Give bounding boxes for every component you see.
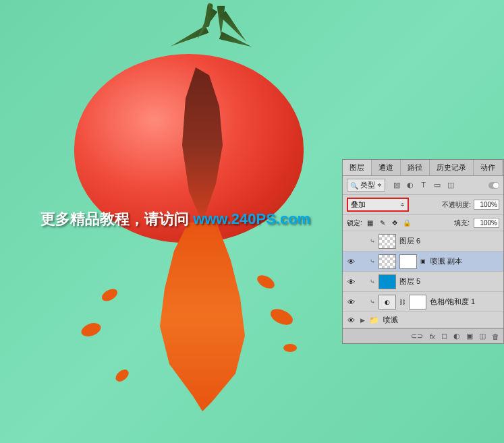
- tomato-artwork: [74, 13, 304, 229]
- lock-label: 锁定:: [347, 218, 362, 228]
- fill-label: 填充:: [454, 218, 470, 228]
- eye-icon: [347, 316, 355, 325]
- tab-paths[interactable]: 路径: [401, 160, 430, 175]
- layer-name[interactable]: 喷溅 副本: [430, 256, 501, 266]
- panel-footer: ⊂⊃ fx ◻ ◐ ▣ ◫ 🗑: [343, 328, 503, 343]
- lock-position-icon[interactable]: ✥: [391, 219, 399, 227]
- layer-group-row[interactable]: ▶ 📁 喷溅: [343, 312, 503, 328]
- layer-name[interactable]: 图层 5: [399, 276, 501, 287]
- opacity-input[interactable]: 100%: [474, 200, 499, 210]
- add-adjustment-icon[interactable]: ◐: [453, 332, 460, 341]
- layer-name[interactable]: 图层 6: [399, 236, 501, 246]
- link-layers-icon[interactable]: ⊂⊃: [411, 332, 423, 341]
- folder-icon: 📁: [369, 316, 379, 325]
- tab-actions[interactable]: 动作: [474, 160, 503, 175]
- filter-shape-icon[interactable]: ▭: [432, 181, 441, 189]
- lock-paint-icon[interactable]: ✎: [379, 219, 387, 227]
- visibility-toggle[interactable]: [345, 297, 356, 307]
- fx-icon[interactable]: fx: [429, 332, 435, 341]
- fill-input[interactable]: 100%: [474, 218, 499, 228]
- filter-adjust-icon[interactable]: ◐: [405, 181, 414, 189]
- search-icon: [350, 181, 358, 189]
- layer-row[interactable]: ⤷ 图层 5: [343, 272, 503, 292]
- lock-transparent-icon[interactable]: ▦: [366, 219, 374, 227]
- clip-indicator-icon: ⤷: [370, 258, 375, 265]
- link-icon: ⛓: [399, 299, 405, 305]
- group-name[interactable]: 喷溅: [383, 315, 501, 325]
- blend-row: 叠加 ≑ 不透明度: 100%: [343, 195, 503, 215]
- layer-thumbnail[interactable]: [379, 274, 396, 289]
- layer-mask-thumbnail[interactable]: [409, 295, 426, 309]
- eye-icon: [347, 277, 355, 287]
- filter-toggle[interactable]: [488, 182, 499, 189]
- layer-row[interactable]: ⤷ ▣ 喷溅 副本: [343, 252, 503, 272]
- new-group-icon[interactable]: ▣: [466, 332, 473, 341]
- eye-icon: [347, 297, 355, 307]
- filter-icons: ▧ ◐ T ▭ ◫: [392, 181, 455, 189]
- filter-label: 类型: [360, 180, 375, 190]
- chevron-updown-icon: ≑: [400, 202, 405, 208]
- new-layer-icon[interactable]: ◫: [479, 332, 486, 341]
- watermark-blue: www.240PS.com: [193, 210, 310, 227]
- tab-channels[interactable]: 通道: [372, 160, 401, 175]
- filter-smart-icon[interactable]: ◫: [446, 181, 455, 189]
- layer-mask-thumbnail[interactable]: [399, 254, 417, 269]
- add-mask-icon[interactable]: ◻: [441, 332, 447, 341]
- blend-mode-select[interactable]: 叠加 ≑: [347, 198, 409, 212]
- visibility-toggle[interactable]: [345, 257, 356, 266]
- blend-mode-value: 叠加: [351, 200, 366, 210]
- tomato-stem: [169, 13, 250, 67]
- layers-list: ⤷ 图层 6 ⤷ ▣ 喷溅 副本 ⤷ 图层 5 ⤷ ◐ ⛓: [343, 231, 503, 328]
- clip-indicator-icon: ⤷: [370, 278, 375, 285]
- watermark-white: 更多精品教程，请访问: [40, 210, 193, 227]
- smart-object-icon: ▣: [420, 258, 427, 265]
- visibility-toggle[interactable]: [345, 277, 356, 287]
- filter-row: 类型 ≑ ▧ ◐ T ▭ ◫: [343, 176, 503, 195]
- visibility-toggle[interactable]: [345, 316, 356, 325]
- watermark-text: 更多精品教程，请访问 www.240PS.com: [40, 209, 310, 229]
- layer-thumbnail[interactable]: [379, 234, 396, 249]
- delete-layer-icon[interactable]: 🗑: [492, 332, 499, 341]
- chevron-updown-icon: ≑: [377, 182, 382, 188]
- disclosure-triangle-icon[interactable]: ▶: [360, 317, 365, 324]
- eye-icon: [347, 257, 355, 266]
- tab-history[interactable]: 历史记录: [430, 160, 474, 175]
- filter-type-select[interactable]: 类型 ≑: [347, 179, 385, 191]
- layer-thumbnail[interactable]: [379, 254, 396, 269]
- layer-row[interactable]: ⤷ 图层 6: [343, 231, 503, 252]
- lock-all-icon[interactable]: 🔒: [403, 219, 411, 227]
- opacity-label: 不透明度:: [442, 200, 471, 210]
- filter-type-icon[interactable]: T: [419, 181, 428, 189]
- layer-name[interactable]: 色相/饱和度 1: [430, 297, 501, 307]
- tab-layers[interactable]: 图层: [343, 160, 372, 175]
- juice-splash: [88, 223, 304, 432]
- clip-indicator-icon: ⤷: [370, 237, 375, 245]
- layers-panel: 图层 通道 路径 历史记录 动作 类型 ≑ ▧ ◐ T ▭ ◫ 叠加 ≑ 不透明…: [342, 159, 504, 344]
- clip-indicator-icon: ⤷: [370, 298, 375, 305]
- filter-pixel-icon[interactable]: ▧: [392, 181, 401, 189]
- lock-row: 锁定: ▦ ✎ ✥ 🔒 填充: 100%: [343, 215, 503, 231]
- panel-tabs: 图层 通道 路径 历史记录 动作: [343, 160, 503, 176]
- adjustment-thumbnail[interactable]: ◐: [379, 295, 396, 309]
- layer-row[interactable]: ⤷ ◐ ⛓ 色相/饱和度 1: [343, 292, 503, 312]
